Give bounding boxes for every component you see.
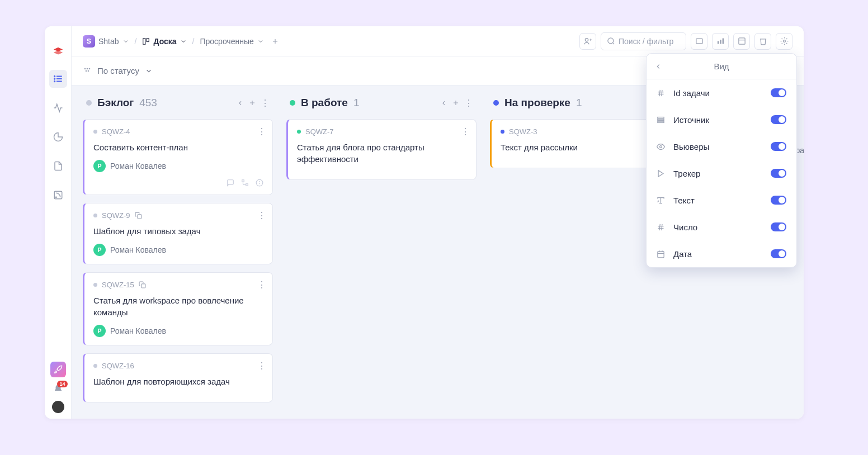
toggle-switch[interactable] — [771, 249, 786, 258]
svg-marker-50 — [658, 170, 663, 176]
row-label: Текст — [673, 196, 695, 205]
archive-button[interactable] — [754, 33, 771, 50]
card-more-button[interactable]: ⋮ — [257, 126, 266, 137]
task-title: Шаблон для типовых задач — [93, 225, 263, 237]
svg-rect-47 — [658, 119, 664, 121]
task-card[interactable]: SQWZ-9⋮Шаблон для типовых задачРРоман Ко… — [83, 203, 273, 264]
toggle-switch[interactable] — [771, 169, 786, 178]
view-option-row[interactable]: Id задачи — [647, 79, 796, 106]
status-dot — [297, 130, 301, 134]
svg-rect-58 — [658, 251, 664, 257]
nav-doc-icon[interactable] — [49, 157, 67, 175]
column-more-button[interactable]: ⋮ — [464, 98, 473, 108]
svg-line-45 — [662, 89, 662, 96]
breadcrumb-workspace[interactable]: S Shtab — [83, 35, 129, 48]
breadcrumb-filter-label: Просроченные — [200, 37, 253, 46]
user-avatar[interactable] — [52, 401, 64, 413]
breadcrumb-board[interactable]: Доска — [142, 37, 186, 46]
app-logo-icon — [51, 45, 65, 59]
row-icon — [657, 89, 667, 97]
toggle-switch[interactable] — [771, 142, 786, 151]
card-more-button[interactable]: ⋮ — [257, 210, 266, 221]
assignee: РРоман Ковалев — [93, 244, 263, 256]
task-id: SQWZ-7 — [305, 127, 334, 136]
row-label: Дата — [673, 249, 692, 259]
svg-rect-9 — [147, 38, 149, 41]
breadcrumb-separator: / — [135, 37, 137, 46]
task-id: SQWZ-15 — [102, 281, 134, 289]
rocket-button[interactable] — [50, 362, 66, 377]
view-option-row[interactable]: Трекер — [647, 160, 796, 187]
task-card[interactable]: SQWZ-16⋮Шаблон для повторяющихся задач — [83, 353, 273, 402]
panel-title: Вид — [714, 61, 729, 71]
card-view-button[interactable] — [691, 33, 707, 50]
svg-point-26 — [89, 68, 91, 69]
comment-icon[interactable] — [227, 179, 234, 187]
svg-rect-18 — [717, 41, 719, 44]
members-button[interactable] — [579, 33, 596, 50]
task-card[interactable]: SQWZ-15⋮Статья для workspace про вовлече… — [83, 272, 273, 345]
board-column: В работе1⋮SQWZ-7⋮Статья для блога про ст… — [286, 97, 477, 419]
svg-rect-32 — [246, 184, 248, 186]
row-label: Число — [673, 222, 697, 232]
svg-point-23 — [783, 40, 785, 42]
toggle-switch[interactable] — [771, 196, 786, 205]
assignee-avatar: Р — [93, 160, 106, 172]
layout-button[interactable] — [733, 33, 750, 50]
view-option-row[interactable]: AТекст — [647, 187, 796, 214]
settings-button[interactable] — [776, 33, 792, 50]
toggle-switch[interactable] — [771, 88, 786, 97]
notification-badge: 14 — [57, 381, 67, 387]
view-settings-panel: Вид Id задачиИсточникВьюверыТрекерAТекст… — [646, 53, 797, 268]
view-option-row[interactable]: Число — [647, 214, 796, 240]
view-option-row[interactable]: Источник — [647, 106, 796, 133]
task-card[interactable]: SQWZ-4⋮Составить контент-планРРоман Кова… — [83, 119, 273, 195]
breadcrumb-filter[interactable]: Просроченные — [200, 37, 263, 46]
nav-chart-icon[interactable] — [49, 128, 67, 146]
task-card[interactable]: SQWZ-7⋮Статья для блога про стандарты эф… — [286, 119, 477, 180]
toggle-switch[interactable] — [771, 222, 786, 231]
card-more-button[interactable]: ⋮ — [461, 126, 469, 137]
svg-point-12 — [585, 38, 588, 41]
add-view-button[interactable] — [270, 36, 281, 47]
nav-feed-icon[interactable] — [49, 186, 67, 204]
svg-rect-19 — [720, 40, 721, 44]
nav-list-icon[interactable] — [49, 70, 67, 88]
column-more-button[interactable]: ⋮ — [261, 98, 270, 108]
row-icon: A — [657, 196, 667, 205]
search-icon — [607, 37, 615, 45]
toggle-switch[interactable] — [771, 115, 786, 124]
add-task-button[interactable] — [452, 99, 460, 107]
view-option-row[interactable]: Дата — [647, 240, 796, 267]
assignee-name: Роман Ковалев — [110, 326, 166, 335]
view-option-row[interactable]: Вьюверы — [647, 133, 796, 160]
search-box[interactable] — [601, 32, 686, 50]
collapse-column-button[interactable] — [440, 99, 447, 107]
add-task-button[interactable] — [248, 99, 256, 107]
svg-rect-31 — [242, 180, 244, 182]
subtask-icon[interactable] — [241, 179, 249, 187]
main-area: S Shtab / Доска / Просроченные — [72, 26, 804, 419]
collapse-column-button[interactable] — [237, 99, 244, 107]
chevron-down-icon — [145, 67, 153, 75]
row-icon — [657, 223, 667, 231]
search-input[interactable] — [619, 37, 680, 46]
copy-icon — [135, 212, 142, 219]
panel-back-button[interactable] — [654, 63, 662, 70]
row-icon — [657, 250, 667, 258]
svg-point-28 — [88, 70, 89, 72]
breadcrumb-separator: / — [192, 37, 195, 46]
grouping-selector[interactable]: По статусу — [83, 66, 153, 75]
card-more-button[interactable]: ⋮ — [257, 279, 266, 290]
row-icon — [657, 143, 667, 151]
column-status-dot — [493, 100, 499, 106]
notifications-button[interactable]: 14 — [53, 384, 63, 394]
column-status-dot — [86, 100, 92, 106]
card-more-button[interactable]: ⋮ — [257, 361, 266, 371]
nav-activity-icon[interactable] — [49, 99, 67, 117]
breadcrumb-workspace-label: Shtab — [98, 37, 119, 46]
svg-line-56 — [659, 224, 660, 230]
info-icon[interactable] — [256, 179, 263, 187]
assignee-name: Роман Ковалев — [110, 162, 166, 170]
stats-button[interactable] — [712, 33, 729, 50]
